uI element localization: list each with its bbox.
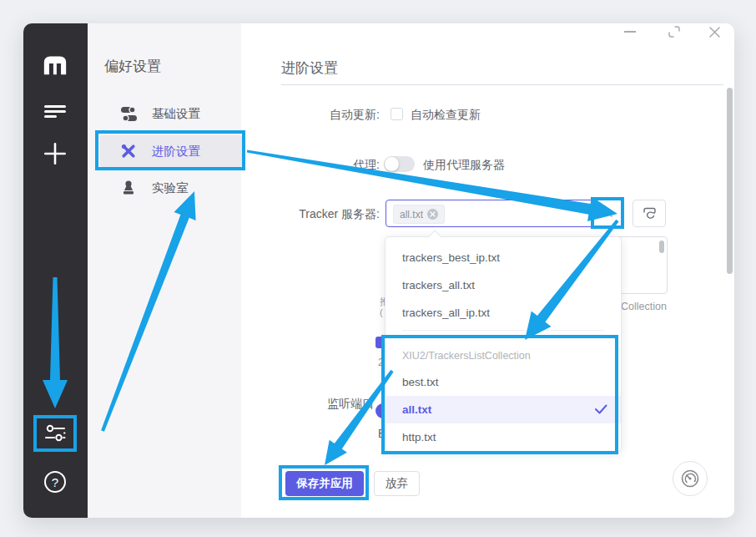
lab-stamp-icon <box>120 180 137 196</box>
task-list-icon[interactable] <box>43 104 67 119</box>
tracker-tag-label: all.txt <box>400 209 423 220</box>
toggle-knob <box>385 157 399 171</box>
tag-remove-icon[interactable] <box>427 209 438 220</box>
nav-item-label: 基础设置 <box>152 106 200 122</box>
nav-item-label: 实验室 <box>152 180 189 196</box>
tools-icon <box>120 143 137 160</box>
nav-item-label: 进阶设置 <box>152 144 200 160</box>
speedometer-icon <box>680 469 700 489</box>
title-divider <box>281 84 723 85</box>
tracker-select-input[interactable]: all.txt <box>386 200 623 227</box>
dropdown-option-label: all.txt <box>402 403 431 416</box>
dropdown-group-label: XIU2/TrackersListCollection <box>386 335 621 368</box>
dropdown-option[interactable]: http.txt <box>386 423 621 451</box>
close-icon <box>708 26 721 38</box>
tracker-dropdown: trackers_best_ip.txt trackers_all.txt tr… <box>385 236 622 452</box>
dropdown-option[interactable]: trackers_all.txt <box>386 271 621 299</box>
auto-update-label: 自动更新: <box>234 108 380 123</box>
nav-item-basic-settings[interactable]: 基础设置 <box>100 98 242 129</box>
auto-update-checkbox-label: 自动检查更新 <box>411 108 481 123</box>
save-apply-button[interactable]: 保存并应用 <box>285 471 364 496</box>
help-icon[interactable]: ? <box>44 471 66 493</box>
speed-limit-button[interactable] <box>673 461 708 496</box>
proxy-toggle-label: 使用代理服务器 <box>423 158 505 173</box>
proxy-toggle[interactable] <box>384 156 415 172</box>
minimize-button[interactable] <box>622 25 638 38</box>
sync-tracker-button[interactable] <box>633 200 666 227</box>
text-fragment-letter: B <box>378 427 384 440</box>
hint-text-fragment: Collection <box>621 301 667 312</box>
proxy-label: 代理: <box>234 158 380 173</box>
add-task-icon[interactable] <box>43 141 68 166</box>
page-title: 进阶设置 <box>281 58 338 78</box>
content-scrollbar[interactable] <box>727 88 733 274</box>
dropdown-option[interactable]: trackers_all_ip.txt <box>386 299 621 327</box>
screenshot-canvas: ? 偏好设置 基础设置 进阶设置 <box>0 0 756 537</box>
maximize-button[interactable] <box>667 24 682 39</box>
text-fragment-number: 2 <box>378 356 385 368</box>
maximize-icon <box>668 25 681 38</box>
minimize-icon <box>624 31 636 33</box>
dropdown-option[interactable]: best.txt <box>386 368 621 396</box>
sync-icon <box>643 207 657 220</box>
dropdown-option-selected[interactable]: all.txt <box>386 396 621 423</box>
chevron-up-icon[interactable] <box>602 211 612 217</box>
listen-port-label: 监听端口 <box>275 397 374 412</box>
nav-item-advanced-settings[interactable]: 进阶设置 <box>100 135 242 167</box>
close-button[interactable] <box>707 24 722 39</box>
dropdown-divider <box>402 330 604 331</box>
auto-update-checkbox[interactable] <box>391 108 403 120</box>
discard-button[interactable]: 放弃 <box>374 471 420 496</box>
check-icon <box>595 404 607 414</box>
toggles-icon <box>120 105 137 122</box>
nav-item-lab[interactable]: 实验室 <box>100 172 242 204</box>
tracker-tag: all.txt <box>393 205 445 224</box>
textarea-scrollbar[interactable] <box>659 241 664 253</box>
help-glyph: ? <box>52 475 58 489</box>
motrix-logo-icon <box>42 53 68 75</box>
preferences-sliders-icon[interactable] <box>43 422 67 444</box>
tracker-server-label: Tracker 服务器: <box>234 207 380 222</box>
prefs-panel-title: 偏好设置 <box>104 57 161 76</box>
dropdown-option[interactable]: trackers_best_ip.txt <box>386 244 621 271</box>
